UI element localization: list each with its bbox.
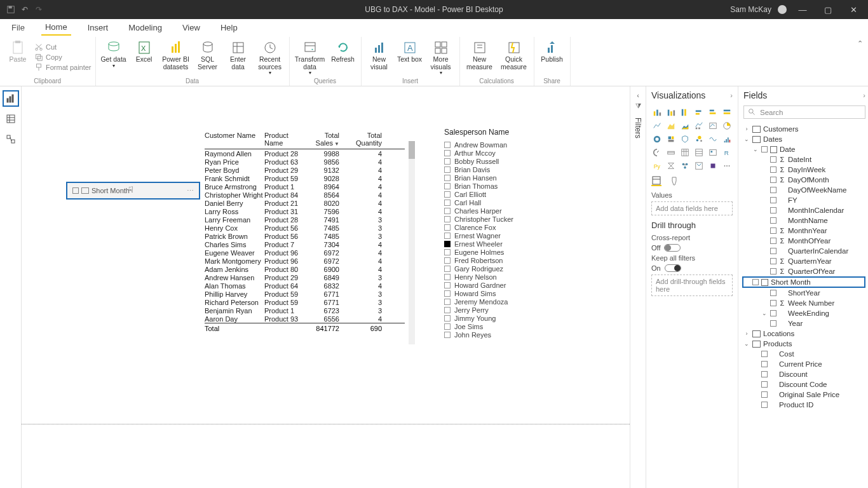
table-row[interactable]: Henry CoxProduct 5674853 [205,224,405,232]
viz-type-button[interactable] [651,133,663,144]
fields-field[interactable]: QuarterInCalendar [743,246,865,256]
copy-button[interactable]: Copy [34,53,92,62]
undo-icon[interactable]: ↶ [20,5,29,14]
viz-type-button[interactable] [679,160,691,171]
tab-insert[interactable]: Insert [84,20,112,35]
fields-table[interactable]: ⌄Products [743,339,865,349]
text-box-button[interactable]: AText box [396,38,424,64]
slicer-item[interactable]: Fred Robertson [444,256,578,264]
table-row[interactable]: Phillip HarveyProduct 5967713 [205,290,405,298]
slicer-item[interactable]: Clarence Fox [444,223,578,231]
slicer-item[interactable]: Carl Hall [444,198,578,207]
table-row[interactable]: Ryan PriceProduct 6398564 [205,158,405,166]
slicer-item[interactable]: Andrew Bowman [444,140,578,149]
viz-type-button[interactable] [651,147,663,158]
viz-type-button[interactable] [665,160,677,171]
expand-filters-icon[interactable]: ‹ [637,92,639,99]
fields-field[interactable]: ΣQuarternYear [743,256,865,266]
fields-field[interactable]: ΣWeek Number [743,298,865,308]
data-view-button[interactable] [3,111,19,127]
fields-field[interactable]: Current Price [743,359,865,369]
slicer-item[interactable]: Jimmy Young [444,314,578,322]
drill-drop-area[interactable]: Add drill-through fields here [651,274,733,296]
table-row[interactable]: Larry RossProduct 3175964 [205,207,405,215]
table-row[interactable]: Mark MontgomeryProduct 9669724 [205,257,405,265]
collapse-viz-icon[interactable]: › [730,92,733,99]
table-row[interactable]: Patrick BrownProduct 5674853 [205,232,405,240]
table-row[interactable]: Andrew HansenProduct 2968493 [205,273,405,281]
tab-home[interactable]: Home [41,20,71,36]
slicer-item[interactable]: Bobby Russell [444,157,578,165]
viz-type-button[interactable] [721,107,733,118]
viz-type-button[interactable] [707,147,719,158]
viz-type-button[interactable] [721,160,733,171]
enter-data-button[interactable]: Enter data [224,38,252,71]
fields-field[interactable]: Year [743,318,865,329]
slicer-item[interactable]: Jerry Perry [444,306,578,314]
fields-field[interactable]: Discount Code [743,379,865,390]
fields-field[interactable]: FY [743,195,865,205]
fields-field[interactable]: ΣDayOfMonth [743,175,865,185]
fields-field[interactable]: ΣDateInt [743,154,865,165]
excel-button[interactable]: XExcel [130,38,158,64]
viz-type-button[interactable]: R [721,147,733,158]
model-view-button[interactable] [3,131,19,147]
refresh-button[interactable]: Refresh [329,38,357,64]
fields-field[interactable]: MonthInCalendar [743,205,865,215]
more-visuals-button[interactable]: More visuals▾ [426,38,456,76]
slicer-item[interactable]: Ernest Wheeler [444,240,578,248]
table-row[interactable]: Peter BoydProduct 2991324 [205,166,405,174]
fields-field[interactable]: Original Sale Price [743,390,865,400]
viz-type-button[interactable] [693,160,705,171]
viz-format-tab[interactable] [669,176,679,186]
redo-icon[interactable]: ↷ [34,5,43,14]
slicer-item[interactable]: Carl Elliott [444,190,578,198]
slicer-item[interactable]: Eugene Holmes [444,248,578,256]
table-row[interactable]: Daniel BerryProduct 2180204 [205,199,405,207]
slicer-item[interactable]: Ernest Wagner [444,231,578,240]
slicer-item[interactable]: Henry Nelson [444,273,578,281]
table-row[interactable]: Benjamin RyanProduct 167233 [205,306,405,315]
slicer-item[interactable]: Brian Hansen [444,173,578,182]
header-product[interactable]: Product Name [264,132,308,147]
collapse-ribbon-icon[interactable]: ⌃ [857,39,863,48]
viz-type-button[interactable] [665,107,677,118]
viz-type-button[interactable] [679,133,691,144]
viz-type-button[interactable] [679,120,691,131]
ellipsis-icon[interactable]: ⋯ [187,187,194,195]
report-view-button[interactable] [3,90,19,107]
fields-field[interactable]: ShortYear [743,288,865,298]
header-total-qty[interactable]: Total Quantity [339,132,384,147]
get-data-button[interactable]: Get data▾ [100,38,128,69]
table-row[interactable]: Frank SchmidtProduct 5990284 [205,174,405,182]
filters-pane-title[interactable]: Filters [634,118,642,139]
user-name[interactable]: Sam McKay [730,5,771,14]
fields-table[interactable]: ⌄Dates [743,134,865,144]
header-total-sales[interactable]: Total Sales▼ [308,132,339,147]
viz-type-button[interactable] [665,147,677,158]
sql-server-button[interactable]: SQL Server [194,38,222,71]
close-button[interactable]: ✕ [844,5,863,15]
viz-type-button[interactable] [651,120,663,131]
transform-data-button[interactable]: Transform data▾ [294,38,327,76]
fields-field[interactable]: Short Month [742,276,865,288]
fields-field[interactable]: ΣDayInWeek [743,165,865,175]
viz-type-button[interactable] [679,147,691,158]
tab-file[interactable]: File [8,20,29,35]
slicer-item[interactable]: Howard Gardner [444,281,578,289]
viz-type-button[interactable] [693,133,705,144]
viz-type-button[interactable] [707,120,719,131]
slicer-item[interactable]: Christopher Tucker [444,215,578,223]
table-row[interactable]: Raymond AllenProduct 2899884 [205,149,405,158]
viz-type-button[interactable]: Py [651,160,663,171]
maximize-button[interactable]: ▢ [818,5,837,15]
viz-type-button[interactable] [693,147,705,158]
table-row[interactable]: Bruce ArmstrongProduct 189644 [205,182,405,191]
cross-report-toggle[interactable] [664,244,681,252]
header-customer[interactable]: Customer Name [205,132,264,147]
table-row[interactable]: Adam JenkinsProduct 8069004 [205,265,405,273]
recent-sources-button[interactable]: Recent sources▾ [255,38,285,76]
viz-type-button[interactable] [665,133,677,144]
fields-field[interactable]: ⌄WeekEnding [743,308,865,318]
collapse-fields-icon[interactable]: › [863,92,865,99]
